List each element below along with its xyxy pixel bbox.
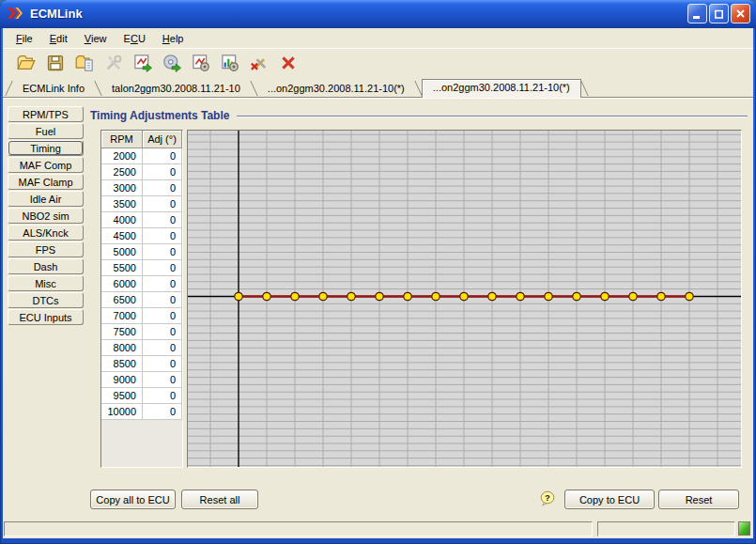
chart-point[interactable] xyxy=(573,292,580,300)
tab-3-on2ggm30-2008-11-21-10[interactable]: ...on2ggm30.2008.11.21-10(*) xyxy=(257,81,415,97)
adj-cell[interactable]: 0 xyxy=(143,340,182,356)
sidebar-item-timing[interactable]: Timing xyxy=(8,140,84,156)
help-icon[interactable]: ? xyxy=(540,490,555,507)
clear-tools-icon[interactable] xyxy=(247,52,270,75)
sidebar-item-nbo2-sim[interactable]: NBO2 sim xyxy=(8,208,84,224)
rpm-cell[interactable]: 7000 xyxy=(101,308,143,324)
adj-cell[interactable]: 0 xyxy=(143,356,182,372)
adj-cell[interactable]: 0 xyxy=(143,196,182,212)
menu-item-view[interactable]: View xyxy=(76,28,116,48)
rpm-cell[interactable]: 3000 xyxy=(101,180,143,196)
adj-cell[interactable]: 0 xyxy=(143,404,182,420)
menu-item-edit[interactable]: Edit xyxy=(41,28,76,48)
chart-point[interactable] xyxy=(488,292,496,300)
sidebar-item-maf-comp[interactable]: MAF Comp xyxy=(8,157,84,173)
sidebar-item-fps[interactable]: FPS xyxy=(8,241,84,257)
rpm-cell[interactable]: 4500 xyxy=(101,228,143,244)
maximize-button[interactable] xyxy=(709,4,729,23)
capture-log-icon[interactable] xyxy=(160,52,183,75)
chart-point[interactable] xyxy=(291,292,299,300)
rpm-cell[interactable]: 4000 xyxy=(101,212,143,228)
rpm-cell[interactable]: 10000 xyxy=(101,404,143,420)
rpm-cell[interactable]: 8500 xyxy=(101,356,143,372)
adj-cell[interactable]: 0 xyxy=(143,308,182,324)
rpm-cell[interactable]: 9500 xyxy=(101,388,143,404)
reset-button[interactable]: Reset xyxy=(658,490,739,509)
table-row: 100000 xyxy=(101,404,182,420)
adj-cell[interactable]: 0 xyxy=(143,324,182,340)
chart-point[interactable] xyxy=(376,292,383,300)
sidebar-item-misc[interactable]: Misc xyxy=(8,275,84,291)
adj-cell[interactable]: 0 xyxy=(143,244,182,260)
table-row: 20000 xyxy=(101,148,182,164)
minimize-button[interactable] xyxy=(687,4,707,23)
rpm-cell[interactable]: 7500 xyxy=(101,324,143,340)
adj-cell[interactable]: 0 xyxy=(143,180,182,196)
sidebar-item-ecu-inputs[interactable]: ECU Inputs xyxy=(8,309,84,325)
table-row: 60000 xyxy=(101,276,182,292)
reset-all-button[interactable]: Reset all xyxy=(181,490,258,509)
sidebar-item-rpm-tps[interactable]: RPM/TPS xyxy=(8,106,84,122)
rpm-cell[interactable]: 6500 xyxy=(101,292,143,308)
sidebar-item-fuel[interactable]: Fuel xyxy=(8,123,84,139)
adj-cell[interactable]: 0 xyxy=(143,260,182,276)
chart-point[interactable] xyxy=(657,292,665,300)
adj-cell[interactable]: 0 xyxy=(143,228,182,244)
export-log-icon[interactable] xyxy=(131,52,154,75)
sidebar-item-dtcs[interactable]: DTCs xyxy=(8,292,84,308)
chart-point[interactable] xyxy=(601,292,609,300)
timing-chart[interactable] xyxy=(188,131,741,467)
tab-4-on2ggm30-2008-11-21-10[interactable]: ...on2ggm30.2008.11.21-10(*) xyxy=(422,79,581,98)
adj-cell[interactable]: 0 xyxy=(143,292,182,308)
adj-cell[interactable]: 0 xyxy=(143,148,182,164)
close-file-icon[interactable] xyxy=(276,52,300,75)
status-message-panel xyxy=(4,521,593,536)
sidebar-item-dash[interactable]: Dash xyxy=(8,258,84,274)
save-copy-icon[interactable] xyxy=(72,52,96,75)
copy-to-ecu-button[interactable]: Copy to ECU xyxy=(564,490,655,509)
chart-point[interactable] xyxy=(629,292,637,300)
copy-all-to-ecu-button[interactable]: Copy all to ECU xyxy=(90,490,176,509)
column-header-rpm: RPM xyxy=(101,131,143,148)
adj-cell[interactable]: 0 xyxy=(143,212,182,228)
tab-2-talon2ggm30-2008-11-21-10[interactable]: talon2ggm30.2008.11.21-10 xyxy=(101,81,251,97)
tools-icon[interactable] xyxy=(101,52,125,75)
sidebar-item-idle-air[interactable]: Idle Air xyxy=(8,191,84,207)
adj-cell[interactable]: 0 xyxy=(143,372,182,388)
menu-item-ecu[interactable]: ECU xyxy=(116,28,154,48)
open-file-icon[interactable] xyxy=(14,52,38,75)
chart-point[interactable] xyxy=(545,292,552,300)
chart-point[interactable] xyxy=(235,292,242,300)
display-options-icon[interactable] xyxy=(218,52,241,75)
adj-cell[interactable]: 0 xyxy=(143,388,182,404)
adj-cell[interactable]: 0 xyxy=(143,164,182,180)
menu-item-file[interactable]: File xyxy=(8,28,41,48)
save-file-icon[interactable] xyxy=(43,52,67,75)
tab-1-ecmlink-info[interactable]: ECMLink Info xyxy=(12,81,95,97)
sidebar-item-maf-clamp[interactable]: MAF Clamp xyxy=(8,174,84,190)
close-button[interactable] xyxy=(731,4,750,23)
timing-chart-container[interactable] xyxy=(187,130,742,468)
chart-point[interactable] xyxy=(404,292,411,300)
sidebar-item-als-knck[interactable]: ALS/Knck xyxy=(8,225,84,241)
rpm-cell[interactable]: 9000 xyxy=(101,372,143,388)
adj-cell[interactable]: 0 xyxy=(143,276,182,292)
rpm-cell[interactable]: 5000 xyxy=(101,244,143,260)
clear-tools-icon xyxy=(250,54,269,72)
rpm-cell[interactable]: 2500 xyxy=(101,164,143,180)
chart-point[interactable] xyxy=(686,292,693,300)
sidebar: RPM/TPSFuelTimingMAF CompMAF ClampIdle A… xyxy=(8,106,84,326)
rpm-cell[interactable]: 8000 xyxy=(101,340,143,356)
menu-item-help[interactable]: Help xyxy=(154,28,193,48)
rpm-cell[interactable]: 5500 xyxy=(101,260,143,276)
chart-point[interactable] xyxy=(347,292,355,300)
chart-point[interactable] xyxy=(319,292,327,300)
rpm-cell[interactable]: 2000 xyxy=(101,148,143,164)
chart-point[interactable] xyxy=(460,292,468,300)
chart-point[interactable] xyxy=(432,292,440,300)
log-options-icon[interactable] xyxy=(189,52,212,75)
chart-point[interactable] xyxy=(263,292,270,300)
rpm-cell[interactable]: 3500 xyxy=(101,196,143,212)
chart-point[interactable] xyxy=(517,292,524,300)
rpm-cell[interactable]: 6000 xyxy=(101,276,143,292)
